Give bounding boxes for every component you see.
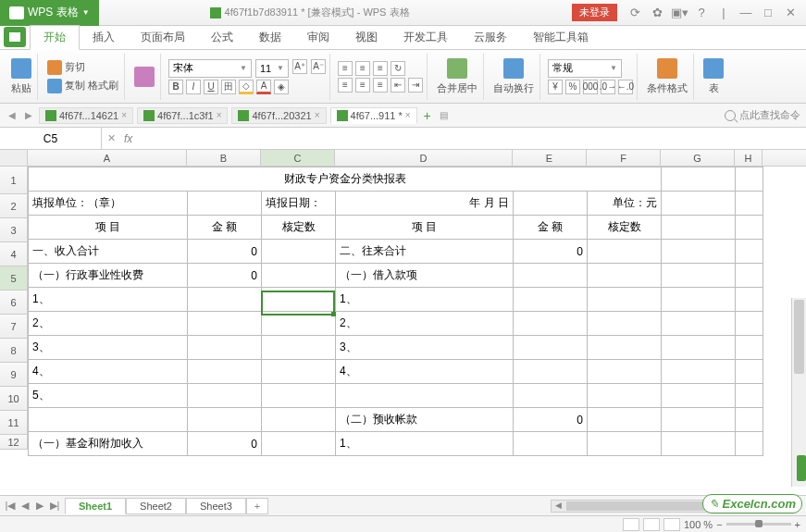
- cell-B12[interactable]: 0: [188, 432, 262, 456]
- close-icon[interactable]: ×: [315, 110, 320, 120]
- row-2[interactable]: 2: [0, 194, 28, 218]
- merge-button[interactable]: 合并居中: [435, 57, 479, 96]
- tab-review[interactable]: 审阅: [294, 26, 342, 49]
- cell-B4[interactable]: 0: [188, 240, 262, 264]
- row-8[interactable]: 8: [0, 339, 28, 363]
- sheet-nav-last[interactable]: ▶|: [48, 500, 61, 512]
- login-button[interactable]: 未登录: [572, 4, 617, 21]
- row-1[interactable]: 1: [0, 167, 28, 194]
- sheet-nav-next[interactable]: ▶: [33, 500, 46, 512]
- doctab-list[interactable]: ▤: [438, 110, 451, 120]
- cell-A8[interactable]: 3、: [29, 336, 188, 360]
- row-9[interactable]: 9: [0, 363, 28, 387]
- cell-E5[interactable]: [514, 264, 588, 288]
- orientation-button[interactable]: ↻: [391, 61, 405, 76]
- maximize-button[interactable]: □: [758, 3, 778, 23]
- zoom-slider[interactable]: [726, 523, 791, 526]
- align-top-button[interactable]: ≡: [338, 61, 353, 76]
- font-size-select[interactable]: 11▼: [255, 59, 289, 78]
- cell-A5[interactable]: （一）行政事业性收费: [29, 264, 188, 288]
- sheet-nav-prev[interactable]: ◀: [19, 500, 31, 512]
- sheet-tab-3[interactable]: Sheet3: [186, 498, 246, 514]
- view-break-button[interactable]: [663, 518, 680, 531]
- sheet-tab-2[interactable]: Sheet2: [126, 498, 186, 514]
- sheet-nav-first[interactable]: |◀: [4, 500, 17, 512]
- tab-tools[interactable]: 智能工具箱: [520, 26, 601, 49]
- select-all-corner[interactable]: [0, 150, 28, 166]
- cell-E4[interactable]: 0: [514, 240, 588, 264]
- number-format-select[interactable]: 常规▼: [548, 59, 622, 78]
- increase-font-button[interactable]: A⁺: [292, 59, 307, 74]
- settings-icon[interactable]: ✿: [647, 3, 667, 23]
- decrease-font-button[interactable]: A⁻: [311, 59, 326, 74]
- doc-tab-0[interactable]: 4f67f...14621×: [39, 107, 133, 124]
- sheet-add-button[interactable]: +: [246, 498, 268, 514]
- cell-B2[interactable]: [188, 192, 262, 216]
- cell-table[interactable]: 财政专户资金分类快报表 填报单位：（章） 填报日期： 年 月 日 单位：元 项 …: [28, 167, 763, 456]
- align-left-button[interactable]: ≡: [338, 78, 353, 93]
- cell-D4[interactable]: 二、往来合计: [336, 240, 514, 264]
- row-4[interactable]: 4: [0, 242, 28, 266]
- command-search[interactable]: 点此查找命令: [725, 108, 800, 122]
- cell-D5[interactable]: （一）借入款项: [336, 264, 514, 288]
- col-G[interactable]: G: [661, 150, 735, 166]
- scrollbar-thumb[interactable]: [794, 300, 804, 374]
- fill-color-button[interactable]: ◇: [239, 80, 254, 94]
- name-box[interactable]: C5: [0, 128, 102, 149]
- cell-A1[interactable]: 财政专户资金分类快报表: [29, 167, 662, 192]
- cell-B5[interactable]: 0: [188, 264, 262, 288]
- cell-D3[interactable]: 项 目: [336, 216, 514, 240]
- cell-E11[interactable]: 0: [514, 408, 588, 432]
- cell-A7[interactable]: 2、: [29, 312, 188, 336]
- format-painter-button[interactable]: 格式刷: [88, 79, 118, 93]
- close-icon[interactable]: ×: [121, 110, 127, 120]
- col-A[interactable]: A: [28, 150, 187, 166]
- minimize-button[interactable]: —: [736, 3, 756, 23]
- side-panel-handle[interactable]: [797, 455, 806, 481]
- close-button[interactable]: ✕: [780, 3, 800, 23]
- doctab-scroll-right[interactable]: ▶: [22, 110, 35, 120]
- indent-inc-button[interactable]: ⇥: [408, 78, 423, 93]
- cell-E3[interactable]: 金 额: [514, 216, 588, 240]
- wrap-button[interactable]: 自动换行: [491, 57, 536, 96]
- font-select[interactable]: 宋体▼: [168, 59, 252, 78]
- cut-button[interactable]: 剪切: [45, 59, 120, 76]
- col-H[interactable]: H: [735, 150, 763, 166]
- cell-A10[interactable]: 5、: [29, 384, 188, 408]
- row-3[interactable]: 3: [0, 218, 28, 242]
- inc-decimal-button[interactable]: .0→: [601, 80, 615, 94]
- cell-D6[interactable]: 1、: [336, 288, 514, 312]
- align-right-button[interactable]: ≡: [373, 78, 388, 93]
- indent-dec-button[interactable]: ⇤: [391, 78, 405, 93]
- tab-layout[interactable]: 页面布局: [128, 26, 198, 49]
- row-6[interactable]: 6: [0, 291, 28, 315]
- close-icon[interactable]: ×: [405, 110, 411, 120]
- tab-cloud[interactable]: 云服务: [461, 26, 520, 49]
- cell-F2[interactable]: 单位：元: [588, 192, 662, 216]
- doctab-add[interactable]: +: [421, 108, 434, 123]
- doc-tab-3[interactable]: 4f67...911 *×: [330, 107, 417, 124]
- row-10[interactable]: 10: [0, 387, 28, 411]
- tab-dev[interactable]: 开发工具: [391, 26, 461, 49]
- col-D[interactable]: D: [335, 150, 513, 166]
- cell-A3[interactable]: 项 目: [29, 216, 188, 240]
- cell-A6[interactable]: 1、: [29, 288, 188, 312]
- col-F[interactable]: F: [587, 150, 661, 166]
- cell-A12[interactable]: （一）基金和附加收入: [29, 432, 188, 456]
- border-button[interactable]: 田: [221, 80, 236, 94]
- doctab-scroll-left[interactable]: ◀: [6, 110, 19, 120]
- table-style-button[interactable]: 表: [701, 57, 725, 96]
- zoom-level[interactable]: 100 %: [684, 519, 713, 530]
- cell-F3[interactable]: 核定数: [588, 216, 662, 240]
- percent-button[interactable]: %: [565, 80, 580, 94]
- zoom-in-button[interactable]: +: [795, 519, 800, 530]
- cell-D2[interactable]: 年 月 日: [336, 192, 514, 216]
- cell-C5[interactable]: [262, 264, 336, 288]
- cell-A9[interactable]: 4、: [29, 360, 188, 384]
- cell-D12[interactable]: 1、: [336, 432, 514, 456]
- row-11[interactable]: 11: [0, 411, 28, 435]
- file-menu-button[interactable]: [4, 27, 26, 47]
- paste-button[interactable]: 粘贴: [9, 57, 33, 96]
- align-bot-button[interactable]: ≡: [373, 61, 388, 76]
- col-E[interactable]: E: [513, 150, 587, 166]
